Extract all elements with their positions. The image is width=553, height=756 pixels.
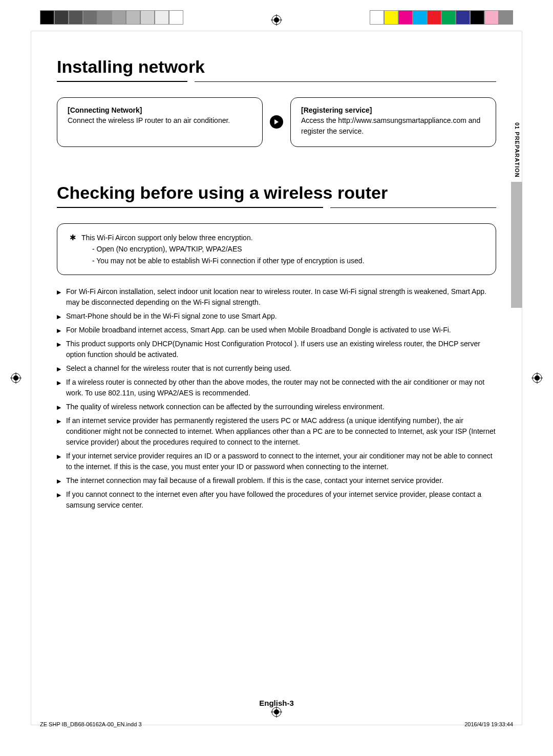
step-box-connecting-network: [Connecting Network] Connect the wireles… [57, 97, 263, 147]
triangle-bullet-icon: ▶ [57, 415, 61, 448]
step-title-right: [Registering service] [301, 106, 372, 114]
bullet-text: Select a channel for the wireless router… [66, 363, 496, 374]
bullet-text: The quality of wireless network connecti… [66, 402, 496, 412]
step-box-registering-service: [Registering service] Access the http://… [290, 97, 496, 147]
triangle-bullet-icon: ▶ [57, 475, 61, 486]
bullet-item: ▶The quality of wireless network connect… [57, 402, 496, 412]
footer-file: ZE SHP IB_DB68-06162A-00_EN.indd 3 [40, 721, 142, 727]
color-swatch [398, 10, 413, 25]
bullet-item: ▶The internet connection may fail becaus… [57, 475, 496, 486]
step-title-left: [Connecting Network] [68, 106, 142, 114]
color-swatch [384, 10, 398, 25]
bullet-item: ▶If you cannot connect to the internet e… [57, 489, 496, 511]
color-swatch [370, 10, 384, 25]
registration-mark-right [531, 372, 543, 384]
bullet-item: ▶For Mobile broadband internet access, S… [57, 325, 496, 335]
triangle-bullet-icon: ▶ [57, 363, 61, 374]
step-body-left: Connect the wireless IP router to an air… [68, 116, 230, 124]
note-main: This Wi-Fi Aircon support only below thr… [81, 232, 253, 243]
note-sub-1: Open (No encryption), WPA/TKIP, WPA2/AES [92, 243, 483, 255]
color-swatch [413, 10, 427, 25]
footer-timestamp: 2016/4/19 19:33:44 [464, 721, 513, 727]
bullet-text: If an internet service provider has perm… [66, 415, 496, 448]
bullet-item: ▶If an internet service provider has per… [57, 415, 496, 448]
bullet-text: For Mobile broadband internet access, Sm… [66, 325, 496, 335]
bullet-item: ▶Smart-Phone should be in the Wi-Fi sign… [57, 311, 496, 322]
registration-mark-left [10, 372, 22, 384]
bullet-list: ▶For Wi-Fi Aircon installation, select i… [57, 286, 496, 511]
step-arrow [270, 97, 283, 147]
color-swatch [69, 10, 83, 25]
bullet-text: This product supports only DHCP(Dynamic … [66, 339, 496, 360]
color-swatch [40, 10, 54, 25]
bullet-text: If you cannot connect to the internet ev… [66, 489, 496, 511]
print-footer: ZE SHP IB_DB68-06162A-00_EN.indd 3 2016/… [40, 721, 513, 727]
triangle-bullet-icon: ▶ [57, 451, 61, 472]
bullet-text: For Wi-Fi Aircon installation, select in… [66, 286, 496, 308]
triangle-bullet-icon: ▶ [57, 402, 61, 412]
svg-marker-16 [274, 119, 279, 124]
color-swatch [54, 10, 69, 25]
color-swatch [470, 10, 484, 25]
note-sub-2: You may not be able to establish Wi-Fi c… [92, 255, 483, 266]
color-swatch [169, 10, 183, 25]
note-box: ✱ This Wi-Fi Aircon support only below t… [57, 223, 496, 275]
page-number: English-3 [31, 699, 522, 707]
triangle-bullet-icon: ▶ [57, 489, 61, 511]
color-swatch [140, 10, 155, 25]
bullet-text: Smart-Phone should be in the Wi-Fi signa… [66, 311, 496, 322]
heading-installing-network: Installing network [57, 57, 496, 77]
bullet-text: The internet connection may fail because… [66, 475, 496, 486]
step-row: [Connecting Network] Connect the wireles… [57, 97, 496, 147]
bullet-item: ▶This product supports only DHCP(Dynamic… [57, 339, 496, 360]
color-swatch [83, 10, 97, 25]
color-swatch [126, 10, 140, 25]
heading-rule [57, 81, 496, 82]
bullet-text: If your internet service provider requir… [66, 451, 496, 472]
bullet-item: ▶For Wi-Fi Aircon installation, select i… [57, 286, 496, 308]
color-swatch [456, 10, 470, 25]
asterisk-icon: ✱ [70, 232, 76, 243]
color-swatch [112, 10, 126, 25]
registration-mark-top [271, 14, 282, 26]
triangle-bullet-icon: ▶ [57, 286, 61, 308]
page-frame: 01 PREPARATION Installing network [Conne… [31, 31, 522, 725]
triangle-bullet-icon: ▶ [57, 339, 61, 360]
color-swatch [484, 10, 499, 25]
bullet-item: ▶If your internet service provider requi… [57, 451, 496, 472]
arrow-right-icon [270, 115, 283, 129]
bullet-item: ▶Select a channel for the wireless route… [57, 363, 496, 374]
color-swatch [427, 10, 441, 25]
color-swatch [441, 10, 456, 25]
section-side-label: 01 PREPARATION [506, 118, 522, 182]
section-side-tab: 01 PREPARATION [506, 118, 522, 308]
bullet-item: ▶If a wireless router is connected by ot… [57, 377, 496, 398]
triangle-bullet-icon: ▶ [57, 325, 61, 335]
triangle-bullet-icon: ▶ [57, 377, 61, 398]
color-swatch [155, 10, 169, 25]
heading-rule-2 [57, 207, 496, 208]
color-swatch [499, 10, 513, 25]
section-side-bar [511, 182, 522, 308]
step-body-right: Access the http://www.samsungsmartapplia… [301, 116, 480, 135]
bullet-text: If a wireless router is connected by oth… [66, 377, 496, 398]
color-swatch [97, 10, 112, 25]
heading-checking-before: Checking before using a wireless router [57, 183, 496, 203]
triangle-bullet-icon: ▶ [57, 311, 61, 322]
